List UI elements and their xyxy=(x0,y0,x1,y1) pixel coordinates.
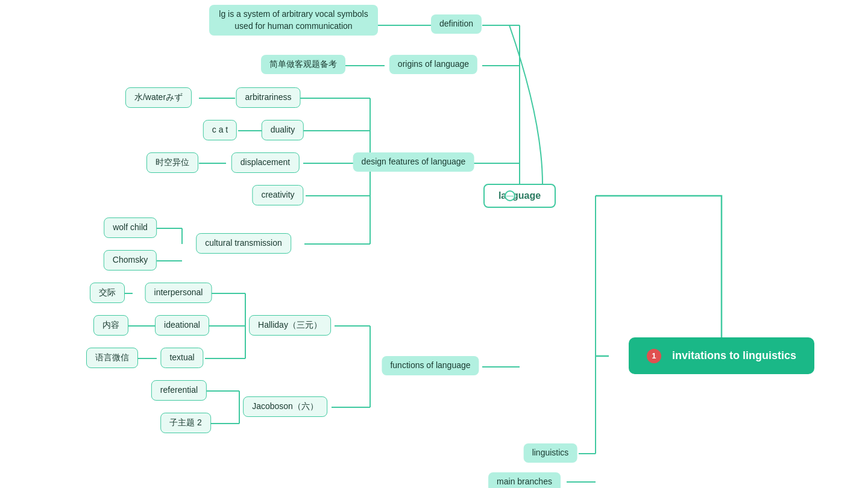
node-shikong[interactable]: 时空异位 xyxy=(146,152,198,173)
node-jiaoji[interactable]: 交际 xyxy=(90,283,125,303)
node-origins-note[interactable]: 简单做客观题备考 xyxy=(261,55,345,74)
node-duality[interactable]: duality xyxy=(262,120,304,140)
node-referential[interactable]: referential xyxy=(151,380,207,401)
node-cat[interactable]: c a t xyxy=(203,120,237,140)
node-wolf-child[interactable]: wolf child xyxy=(104,217,157,238)
collapse-button[interactable]: — xyxy=(505,190,515,201)
node-origins[interactable]: origins of language xyxy=(389,55,477,74)
node-cultural-transmission[interactable]: cultural transmission xyxy=(196,233,291,254)
node-definition[interactable]: definition xyxy=(431,14,482,34)
invitations-badge: 1 xyxy=(647,349,661,363)
node-neirong[interactable]: 内容 xyxy=(93,315,128,336)
node-language[interactable]: language xyxy=(483,184,556,208)
node-displacement[interactable]: displacement xyxy=(231,152,300,173)
node-yuyian[interactable]: 语言微信 xyxy=(86,348,138,368)
node-arbitrariness[interactable]: arbitrariness xyxy=(236,87,300,108)
node-chomsky[interactable]: Chomsky xyxy=(104,250,157,271)
node-invitations[interactable]: 1 invitations to linguistics xyxy=(629,337,814,374)
node-jacoboson[interactable]: Jacoboson（六） xyxy=(243,396,327,417)
node-lg-desc[interactable]: lg is a system of arbitrary vocal symbol… xyxy=(209,5,378,36)
node-design-features[interactable]: design features of language xyxy=(353,152,474,172)
node-creativity[interactable]: creativity xyxy=(252,185,303,205)
node-functions[interactable]: functions of language xyxy=(382,356,479,375)
node-main-branches[interactable]: main branches xyxy=(488,472,561,488)
node-linguistics[interactable]: linguistics xyxy=(524,443,577,463)
node-subtopic2[interactable]: 子主题 2 xyxy=(160,413,211,433)
node-water[interactable]: 水/waterみず xyxy=(125,87,192,108)
node-ideational[interactable]: ideational xyxy=(155,315,209,336)
node-halliday[interactable]: Halliday（三元） xyxy=(249,315,331,336)
mindmap-container: .line { stroke: #40c9a0; stroke-width: 2… xyxy=(0,0,868,488)
node-interpersonal[interactable]: interpersonal xyxy=(145,283,212,303)
node-textual[interactable]: textual xyxy=(160,348,203,368)
